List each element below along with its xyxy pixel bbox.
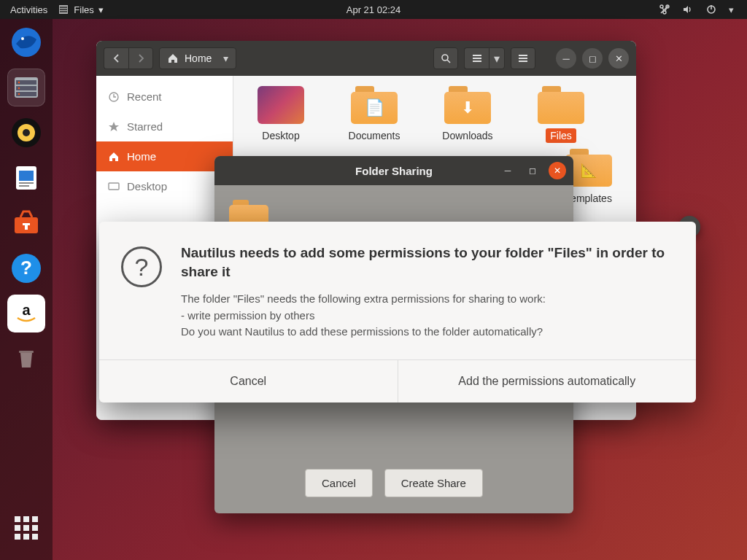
maximize-button[interactable]: ◻ [524,162,541,179]
svg-rect-23 [19,171,34,181]
cancel-button[interactable]: Cancel [99,360,398,402]
view-options-button[interactable]: ▾ [489,47,505,69]
sidebar-item-starred[interactable]: Starred [96,112,233,141]
app-menu[interactable]: Files ▾ [58,4,103,15]
apps-grid-icon [15,516,38,540]
question-icon: ? [121,246,162,287]
svg-rect-37 [519,58,527,59]
volume-icon[interactable] [682,4,694,15]
svg-line-32 [447,60,450,63]
svg-line-7 [661,6,668,13]
sidebar-item-recent[interactable]: Recent [96,82,233,112]
dialog-body-line: Do you want Nautilus to add these permis… [181,324,674,341]
path-label: Home [185,52,212,64]
search-button[interactable] [433,47,458,69]
hamburger-menu-button[interactable] [511,47,535,69]
dock-thunderbird[interactable] [7,23,45,61]
dialog-title: Folder Sharing [355,165,433,177]
documents-folder-icon: 📄 [351,86,398,124]
folder-label: Desktop [258,128,303,143]
desktop-folder-icon [258,86,304,124]
sidebar-item-label: Starred [127,120,163,133]
svg-rect-1 [60,7,67,8]
folder-downloads[interactable]: ⬇ Downloads [427,86,508,143]
files-headerbar: Home ▾ ▾ ─ ◻ ✕ [96,41,636,76]
svg-point-17 [18,88,20,89]
app-menu-label: Files [74,4,93,15]
minimize-button[interactable]: ─ [499,162,516,179]
svg-text:?: ? [20,257,32,279]
folder-files[interactable]: Files [521,86,601,143]
chevron-down-icon: ▾ [223,52,228,64]
svg-point-11 [21,37,24,40]
svg-point-6 [663,11,666,14]
network-icon[interactable] [659,4,670,15]
dialog-body-line: - write permission by others [181,308,674,324]
sidebar-item-home[interactable]: Home [96,141,233,171]
activities-button[interactable]: Activities [10,4,47,15]
cancel-button[interactable]: Cancel [305,469,373,497]
pathbar[interactable]: Home ▾ [159,47,236,69]
svg-point-31 [442,55,448,61]
home-icon [108,151,120,163]
dock-ubuntu-software[interactable] [7,204,45,242]
svg-rect-24 [19,182,34,184]
folder-icon [538,86,584,124]
svg-point-21 [23,129,30,136]
star-icon [108,121,120,133]
clock-icon [108,91,120,103]
downloads-folder-icon: ⬇ [444,86,491,124]
top-panel: Activities Files ▾ Apr 21 02:24 ▾ [0,0,747,19]
permissions-dialog: ? Nautilus needs to add some permissions… [99,222,696,402]
forward-button[interactable] [128,47,153,69]
show-applications-button[interactable] [7,509,45,547]
svg-rect-36 [519,55,527,56]
svg-rect-30 [19,351,34,353]
add-permissions-button[interactable]: Add the permissions automatically [398,360,697,402]
svg-rect-25 [19,185,29,187]
svg-rect-38 [519,61,527,62]
back-button[interactable] [104,47,128,69]
dock-help[interactable]: ? [7,249,45,287]
chevron-down-icon: ▾ [98,4,104,15]
sidebar-item-label: Recent [127,90,162,103]
desktop-icon [108,181,120,192]
svg-text:a: a [22,302,31,318]
folder-sharing-titlebar: Folder Sharing ─ ◻ ✕ [214,156,573,185]
folder-label: Files [546,128,576,143]
folder-label: Downloads [438,128,497,143]
dialog-heading: Nautilus needs to add some permissions t… [181,244,674,281]
maximize-button[interactable]: ◻ [582,48,603,69]
sidebar-item-label: Home [127,150,156,163]
folder-documents[interactable]: 📄 Documents [334,86,414,143]
dock-trash[interactable] [7,340,45,378]
svg-point-18 [18,93,20,95]
close-button[interactable]: ✕ [608,48,629,69]
svg-rect-35 [473,61,481,62]
chevron-down-icon[interactable]: ▾ [729,4,734,15]
clock[interactable]: Apr 21 02:24 [347,4,400,15]
dock-libreoffice-writer[interactable] [7,159,45,197]
dock: ? a [0,19,53,560]
dialog-body-line: The folder "Files" needs the following e… [181,291,674,308]
dock-amazon[interactable]: a [7,295,45,332]
view-list-button[interactable] [464,47,489,69]
folder-label: Documents [344,128,405,143]
sidebar-item-label: Desktop [127,180,167,192]
svg-point-16 [18,82,20,83]
svg-rect-2 [60,9,67,10]
dock-rhythmbox[interactable] [7,114,45,152]
close-button[interactable]: ✕ [549,162,566,179]
svg-rect-33 [473,55,481,56]
create-share-button[interactable]: Create Share [384,469,483,497]
files-app-icon [58,4,69,15]
sidebar-item-desktop[interactable]: Desktop [96,171,233,201]
folder-desktop[interactable]: Desktop [241,86,321,143]
minimize-button[interactable]: ─ [556,48,576,69]
home-icon [167,52,179,64]
svg-rect-3 [60,11,67,12]
power-icon[interactable] [705,4,717,15]
svg-rect-34 [473,58,481,59]
svg-rect-40 [109,183,119,190]
dock-files[interactable] [7,69,45,106]
